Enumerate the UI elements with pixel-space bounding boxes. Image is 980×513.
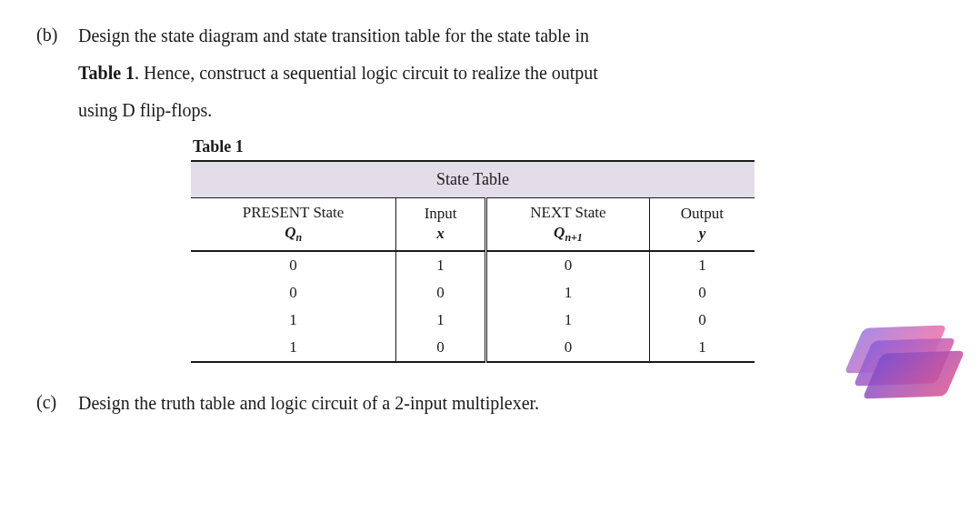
- cell-qn: 0: [191, 279, 396, 307]
- table-wrapper: Table 1 State Table PRESENT State Qn Inp…: [191, 137, 944, 363]
- col2-top: Input: [425, 205, 457, 222]
- table-row: 1 1 1 0: [191, 307, 755, 334]
- question-c-text: Design the truth table and logic circuit…: [78, 386, 944, 421]
- cell-qn1: 0: [486, 251, 650, 279]
- question-b-line2: Table 1. Hence, construct a sequential l…: [36, 55, 944, 91]
- col3-sub: Qn+1: [496, 224, 640, 245]
- col3-top: NEXT State: [530, 204, 605, 221]
- table-title: Table 1: [193, 137, 944, 156]
- cell-qn1: 1: [486, 307, 650, 334]
- cell-x: 1: [396, 307, 486, 334]
- state-table: State Table PRESENT State Qn Input x NEX…: [191, 160, 755, 363]
- col2-sub: x: [405, 225, 475, 243]
- question-b-text2: Table 1. Hence, construct a sequential l…: [78, 55, 944, 91]
- col-present-state: PRESENT State Qn: [191, 197, 396, 251]
- col-input: Input x: [396, 197, 486, 251]
- cell-qn1: 0: [486, 334, 650, 362]
- col1-sub: Qn: [200, 224, 386, 245]
- table-header-columns: PRESENT State Qn Input x NEXT State Qn+1…: [191, 197, 755, 251]
- question-c-line: (c) Design the truth table and logic cir…: [36, 386, 944, 421]
- col1-top: PRESENT State: [243, 204, 345, 221]
- table-row: 1 0 0 1: [191, 334, 755, 362]
- table-header-top-row: State Table: [191, 161, 755, 197]
- table-row: 0 0 1 0: [191, 279, 755, 307]
- cell-x: 0: [396, 279, 486, 307]
- cell-qn1: 1: [486, 279, 650, 307]
- cell-y: 1: [649, 251, 755, 279]
- table-body: 0 1 0 1 0 0 1 0 1 1 1 0 1: [191, 251, 755, 362]
- question-b-line3: using D flip-flops.: [36, 93, 944, 128]
- question-b-text3: using D flip-flops.: [78, 93, 944, 128]
- cell-y: 0: [649, 307, 755, 334]
- col-output: Output y: [649, 197, 755, 251]
- cell-qn: 1: [191, 307, 396, 334]
- col-next-state: NEXT State Qn+1: [486, 197, 650, 251]
- cell-y: 1: [649, 334, 755, 362]
- question-b-text2-rest: . Hence, construct a sequential logic ci…: [135, 63, 598, 83]
- table-header-top: State Table: [191, 161, 755, 197]
- table-row: 0 1 0 1: [191, 251, 755, 279]
- cell-qn: 0: [191, 251, 396, 279]
- question-b-label: (b): [36, 18, 78, 51]
- cell-qn: 1: [191, 334, 396, 362]
- col4-top: Output: [681, 205, 724, 222]
- table-ref: Table 1: [78, 63, 135, 83]
- question-c-label: (c): [36, 386, 78, 418]
- question-b-block: (b) Design the state diagram and state t…: [36, 18, 944, 363]
- question-b-line1: (b) Design the state diagram and state t…: [36, 18, 944, 54]
- cell-x: 1: [396, 251, 486, 279]
- cell-x: 0: [396, 334, 486, 362]
- cell-y: 0: [649, 279, 755, 307]
- col4-sub: y: [659, 225, 745, 243]
- question-c-block: (c) Design the truth table and logic cir…: [36, 386, 944, 421]
- question-b-text1: Design the state diagram and state trans…: [78, 18, 944, 54]
